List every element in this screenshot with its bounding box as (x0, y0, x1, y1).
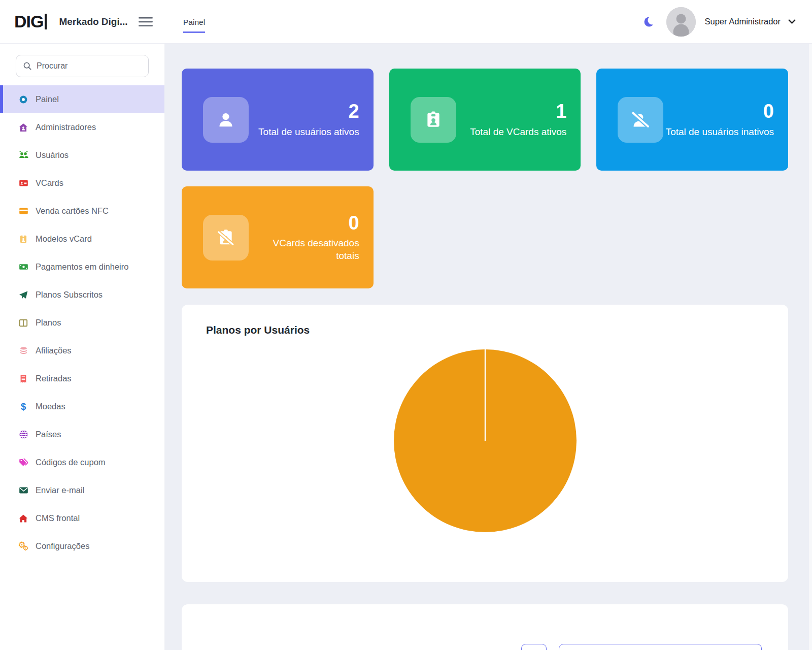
dollar-icon: $ (18, 402, 28, 412)
sidebar: PainelAdministradoresUsuáriosVCardsVenda… (0, 44, 165, 650)
sidebar-item-pagamentos-em-dinheiro[interactable]: Pagamentos em dinheiro (0, 253, 164, 281)
sidebar-item-label: CMS frontal (36, 513, 80, 523)
stat-label: VCards desativados totais (250, 237, 359, 262)
stat-text: 0Total de usuários inativos (666, 101, 774, 138)
main-content: 2Total de usuários ativos1Total de VCard… (165, 44, 812, 650)
id-badge-icon (18, 234, 28, 244)
pie-card-title: Planos por Usuários (206, 324, 764, 336)
sidebar-item-label: Administradores (36, 122, 96, 132)
date-range-button[interactable]: 9 de maio de 2024 - 15 de maio de 2024 (559, 644, 762, 650)
table-columns-icon (18, 318, 28, 328)
avatar[interactable] (666, 7, 696, 37)
sidebar-search[interactable] (16, 55, 149, 77)
brand: DIG Merkado Digi... (0, 12, 165, 31)
chevron-down-icon (787, 17, 797, 26)
cogs-icon: ⚙⚙ (18, 541, 28, 551)
tab-painel[interactable]: Painel (183, 18, 205, 33)
sidebar-toggle-button[interactable] (138, 16, 153, 27)
sidebar-item-planos-subscritos[interactable]: Planos Subscritos (0, 281, 164, 309)
sidebar-item-painel[interactable]: Painel (0, 85, 164, 113)
sidebar-item-vcards[interactable]: VCards (0, 169, 164, 197)
chart-type-button[interactable] (521, 644, 547, 650)
sidebar-item-cms-frontal[interactable]: CMS frontal (0, 504, 164, 532)
sidebar-menu: PainelAdministradoresUsuáriosVCardsVenda… (0, 85, 164, 560)
sidebar-item-moedas[interactable]: $Moedas (0, 393, 164, 420)
user-slash-icon (618, 97, 663, 143)
logo-bar (45, 14, 47, 29)
user-menu[interactable]: Super Administrador (705, 17, 797, 26)
sidebar-item-codigos-de-cupom[interactable]: Códigos de cupom (0, 448, 164, 476)
sidebar-item-planos[interactable]: Planos (0, 309, 164, 337)
sidebar-item-modelos-vcard[interactable]: Modelos vCard (0, 225, 164, 253)
money-bill-icon (18, 262, 28, 272)
sidebar-item-label: Usuários (36, 150, 69, 160)
income-card: Rendimento 9 de maio de 202 (182, 604, 788, 650)
user-name: Super Administrador (705, 17, 781, 26)
paper-plane-icon (18, 290, 28, 300)
users-icon (18, 150, 28, 160)
home-user-icon (18, 122, 28, 133)
sidebar-item-venda-cartoes-nfc[interactable]: Venda cartões NFC (0, 197, 164, 225)
topnav: Painel (183, 0, 205, 43)
hamburger-icon (138, 16, 153, 27)
search-input[interactable] (37, 61, 142, 71)
dot-circle-icon (18, 94, 28, 105)
sidebar-item-label: Retiradas (36, 374, 72, 383)
sidebar-item-label: Modelos vCard (36, 234, 92, 244)
stat-card-total-de-usuarios-ativos: 2Total de usuários ativos (182, 69, 374, 171)
app-logo: DIG (14, 12, 47, 31)
envelope-icon (18, 485, 28, 496)
stat-value: 0 (250, 213, 359, 234)
sidebar-item-label: Países (36, 430, 61, 439)
id-card-icon (18, 178, 28, 188)
receipt-icon (18, 374, 28, 384)
moon-icon (643, 15, 656, 28)
coins-icon (18, 346, 28, 356)
plans-by-users-card: Planos por Usuários (182, 305, 788, 582)
home-icon (18, 513, 28, 524)
sidebar-item-label: Pagamentos em dinheiro (36, 262, 128, 272)
stat-label: Total de VCards ativos (470, 125, 566, 138)
id-badge-card-icon (411, 97, 456, 143)
tags-icon (18, 458, 28, 468)
stat-label: Total de usuários inativos (666, 125, 774, 138)
stat-text: 2Total de usuários ativos (258, 101, 359, 138)
sidebar-item-label: Venda cartões NFC (36, 206, 109, 216)
app-logo-text: DIG (14, 12, 43, 31)
sidebar-item-label: Planos (36, 318, 61, 328)
sidebar-item-configuracoes[interactable]: ⚙⚙Configurações (0, 532, 164, 560)
sidebar-item-afiliacoes[interactable]: Afiliações (0, 337, 164, 365)
sidebar-item-retiradas[interactable]: Retiradas (0, 365, 164, 393)
user-icon (203, 97, 249, 143)
sidebar-item-label: Configurações (36, 541, 89, 551)
pie-chart-area (206, 348, 764, 533)
globe-icon (18, 430, 28, 440)
stat-card-vcards-desativados-totais: 0VCards desativados totais (182, 186, 374, 288)
stat-value: 1 (470, 101, 566, 122)
sidebar-item-label: Enviar e-mail (36, 485, 84, 495)
stat-card-total-de-vcards-ativos: 1Total de VCards ativos (389, 69, 581, 171)
topbar-right: Super Administrador (643, 7, 812, 37)
sidebar-item-administradores[interactable]: Administradores (0, 113, 164, 141)
sidebar-item-label: Planos Subscritos (36, 290, 103, 300)
workspace-name: Merkado Digi... (59, 16, 127, 27)
sidebar-item-usuarios[interactable]: Usuários (0, 141, 164, 169)
stat-text: 0VCards desativados totais (250, 213, 359, 263)
credit-card-icon (18, 206, 28, 216)
sidebar-item-label: Moedas (36, 402, 65, 411)
stat-value: 2 (258, 101, 359, 122)
sidebar-item-label: VCards (36, 178, 63, 188)
scrollbar-track[interactable] (809, 44, 812, 650)
stat-label: Total de usuários ativos (258, 125, 359, 138)
sidebar-item-label: Afiliações (36, 346, 72, 355)
stat-cards: 2Total de usuários ativos1Total de VCard… (182, 69, 788, 288)
sidebar-item-enviar-e-mail[interactable]: Enviar e-mail (0, 476, 164, 504)
stat-value: 0 (666, 101, 774, 122)
sidebar-item-label: Painel (36, 94, 59, 104)
topbar: DIG Merkado Digi... Painel (0, 0, 812, 44)
sidebar-item-paises[interactable]: Países (0, 420, 164, 448)
dark-mode-toggle[interactable] (643, 15, 656, 28)
id-badge-slash-icon (203, 215, 249, 261)
income-actions: 9 de maio de 2024 - 15 de maio de 2024 (521, 644, 762, 650)
stat-card-total-de-usuarios-inativos: 0Total de usuários inativos (596, 69, 788, 171)
